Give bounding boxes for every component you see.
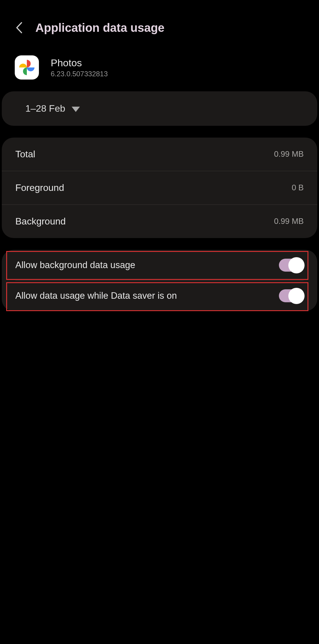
date-range-label: 1–28 Feb — [25, 103, 65, 114]
header: Application data usage — [0, 0, 319, 47]
stats-card: Total 0.99 MB Foreground 0 B Background … — [2, 138, 317, 238]
stat-label: Total — [15, 149, 35, 160]
app-info: Photos 6.23.0.507332813 — [0, 47, 319, 91]
app-text: Photos 6.23.0.507332813 — [51, 57, 108, 78]
stat-label: Foreground — [15, 182, 64, 193]
app-version: 6.23.0.507332813 — [51, 70, 108, 78]
highlight-annotation — [6, 282, 308, 311]
back-icon[interactable] — [15, 21, 24, 35]
date-range-selector[interactable]: 1–28 Feb — [25, 103, 294, 114]
toggles-card: Allow background data usage Allow data u… — [2, 250, 317, 311]
app-name: Photos — [51, 57, 108, 69]
stat-row-foreground: Foreground 0 B — [2, 171, 317, 204]
stat-value: 0.99 MB — [274, 150, 304, 159]
stat-label: Background — [15, 216, 66, 227]
stat-row-total: Total 0.99 MB — [2, 138, 317, 171]
stat-value: 0 B — [292, 183, 304, 192]
highlight-annotation — [6, 251, 308, 280]
app-icon — [15, 55, 39, 80]
page-title: Application data usage — [35, 21, 165, 34]
stat-row-background: Background 0.99 MB — [2, 204, 317, 238]
chevron-down-icon — [72, 107, 80, 112]
date-range-card: 1–28 Feb — [2, 91, 317, 126]
stat-value: 0.99 MB — [274, 217, 304, 226]
